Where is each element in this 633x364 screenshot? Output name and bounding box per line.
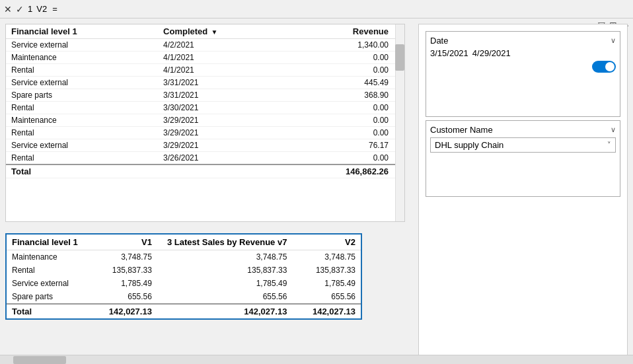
- bt-v2-cell: 655.56: [292, 290, 361, 304]
- bt-col1-header[interactable]: Financial level 1: [7, 235, 89, 250]
- revenue-cell: 76.17: [287, 139, 394, 152]
- col-header-level[interactable]: Financial level 1: [6, 24, 158, 39]
- date-filter: Date ∨ 3/15/2021 4/29/2021: [426, 31, 620, 117]
- col-header-revenue[interactable]: Revenue: [287, 24, 394, 39]
- bottom-table-header-row: Financial level 1 V1 3 Latest Sales by R…: [7, 235, 361, 250]
- level-cell: Rental: [6, 102, 158, 114]
- bt-v1-cell: 135,837.33: [89, 264, 157, 277]
- bt-level-cell: Rental: [7, 264, 89, 277]
- bottom-table: Financial level 1 V1 3 Latest Sales by R…: [7, 235, 361, 318]
- bt-col3-header[interactable]: 3 Latest Sales by Revenue v7: [157, 235, 292, 250]
- date-empty-area: [430, 73, 616, 112]
- date-inputs: 3/15/2021 4/29/2021: [430, 48, 616, 58]
- content-area: Financial level 1 Completed ▼ Revenue: [0, 18, 633, 364]
- completed-cell: 3/31/2021: [158, 77, 287, 89]
- customer-filter-label: Customer Name ∨: [430, 125, 616, 135]
- table-row: Maintenance 3,748.75 3,748.75 3,748.75: [7, 250, 361, 264]
- completed-cell: 3/29/2021: [158, 114, 287, 127]
- date-toggle[interactable]: [592, 61, 616, 73]
- col-header-completed[interactable]: Completed ▼: [158, 24, 287, 39]
- date-filter-label: Date ∨: [430, 36, 616, 46]
- revenue-cell: 0.00: [287, 152, 394, 165]
- formula-bar: 1 V2 =: [28, 4, 57, 14]
- top-table-container: Financial level 1 Completed ▼ Revenue: [5, 24, 405, 222]
- customer-filter: Customer Name ∨ DHL supply Chain ˅: [426, 120, 620, 197]
- completed-cell: 4/1/2021: [158, 64, 287, 77]
- customer-empty-area: [430, 153, 616, 192]
- revenue-cell: 0.00: [287, 64, 394, 77]
- date-chevron-icon[interactable]: ∨: [611, 36, 616, 45]
- filter-panel: Date ∨ 3/15/2021 4/29/2021: [418, 24, 628, 359]
- left-panel: Financial level 1 Completed ▼ Revenue: [0, 18, 413, 364]
- bt-total-label: Total: [7, 304, 89, 318]
- v2-label: V2: [36, 4, 47, 14]
- table-row: Maintenance 4/1/2021 0.00: [6, 52, 404, 64]
- table-row: Service external 3/29/2021 76.17: [6, 139, 404, 152]
- completed-cell: 3/31/2021: [158, 89, 287, 102]
- table-row: Service external 4/2/2021 1,340.00: [6, 39, 404, 52]
- customer-dropdown-chevron: ˅: [607, 141, 611, 149]
- bt-v1-cell: 1,785.49: [89, 277, 157, 290]
- total-label: Total: [6, 164, 287, 178]
- bt-v2-cell: 1,785.49: [292, 277, 361, 290]
- main-container: ✕ ✓ 1 V2 = Financial level 1: [0, 0, 633, 364]
- table-row: Rental 135,837.33 135,837.33 135,837.33: [7, 264, 361, 277]
- h-scroll-thumb[interactable]: [13, 356, 66, 364]
- table-row: Spare parts 3/31/2021 368.90: [6, 89, 404, 102]
- completed-cell: 3/30/2021: [158, 102, 287, 114]
- revenue-cell: 1,340.00: [287, 39, 394, 52]
- bt-mid-cell: 135,837.33: [157, 264, 292, 277]
- top-table: Financial level 1 Completed ▼ Revenue: [6, 24, 404, 178]
- bt-col4-header[interactable]: V2: [292, 235, 361, 250]
- date-to[interactable]: 4/29/2021: [472, 48, 511, 58]
- bt-v1-cell: 3,748.75: [89, 250, 157, 264]
- level-cell: Rental: [6, 152, 158, 165]
- right-panel: ▽ ⊞ ··· Date ∨ 3/15/2021 4/29/2021: [413, 18, 633, 364]
- total-row: Total 146,862.26: [6, 164, 404, 178]
- revenue-cell: 368.90: [287, 89, 394, 102]
- table-row: Spare parts 655.56 655.56 655.56: [7, 290, 361, 304]
- level-cell: Service external: [6, 77, 158, 89]
- completed-cell: 3/29/2021: [158, 127, 287, 139]
- level-cell: Maintenance: [6, 52, 158, 64]
- bt-mid-cell: 655.56: [157, 290, 292, 304]
- bt-v2-cell: 135,837.33: [292, 264, 361, 277]
- scroll-track[interactable]: [395, 24, 404, 221]
- table-row: Maintenance 3/29/2021 0.00: [6, 114, 404, 127]
- customer-chevron-icon[interactable]: ∨: [611, 126, 616, 134]
- horizontal-scrollbar[interactable]: [0, 355, 633, 364]
- table-row: Service external 3/31/2021 445.49: [6, 77, 404, 89]
- date-from[interactable]: 3/15/2021: [430, 48, 468, 58]
- table-row: Rental 3/30/2021 0.00: [6, 102, 404, 114]
- level-cell: Spare parts: [6, 89, 158, 102]
- level-cell: Maintenance: [6, 114, 158, 127]
- revenue-cell: 445.49: [287, 77, 394, 89]
- sort-icon: ▼: [211, 28, 218, 36]
- toggle-knob: [605, 62, 614, 71]
- bt-total-v2: 142,027.13: [292, 304, 361, 318]
- scroll-thumb[interactable]: [395, 44, 404, 71]
- check-icon[interactable]: ✓: [16, 4, 24, 15]
- level-cell: Service external: [6, 139, 158, 152]
- table-row: Rental 3/29/2021 0.00: [6, 127, 404, 139]
- bt-level-cell: Service external: [7, 277, 89, 290]
- bt-v1-cell: 655.56: [89, 290, 157, 304]
- bt-v2-cell: 3,748.75: [292, 250, 361, 264]
- equals-label: =: [52, 4, 57, 14]
- level-cell: Rental: [6, 64, 158, 77]
- close-icon[interactable]: ✕: [4, 4, 12, 15]
- bt-total-mid: 142,027.13: [157, 304, 292, 318]
- revenue-cell: 0.00: [287, 102, 394, 114]
- level-cell: Service external: [6, 39, 158, 52]
- customer-dropdown[interactable]: DHL supply Chain ˅: [430, 137, 616, 153]
- completed-cell: 4/1/2021: [158, 52, 287, 64]
- bt-col2-header[interactable]: V1: [89, 235, 157, 250]
- total-value: 146,862.26: [287, 164, 394, 178]
- revenue-cell: 0.00: [287, 52, 394, 64]
- table-row: Rental 3/26/2021 0.00: [6, 152, 404, 165]
- bt-mid-cell: 1,785.49: [157, 277, 292, 290]
- bt-level-cell: Maintenance: [7, 250, 89, 264]
- customer-selected-value: DHL supply Chain: [435, 140, 503, 150]
- date-toggle-container: [430, 61, 616, 73]
- revenue-cell: 0.00: [287, 127, 394, 139]
